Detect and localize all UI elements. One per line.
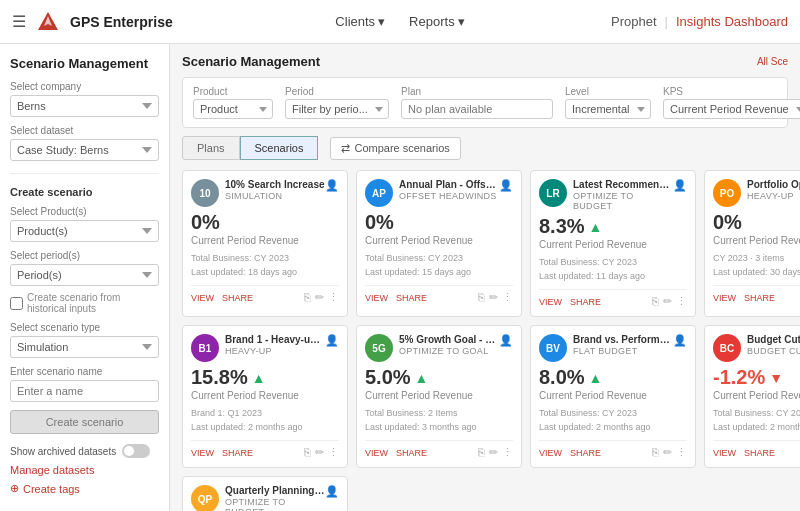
compare-scenarios-button[interactable]: ⇄ Compare scenarios [330, 137, 460, 160]
copy-button[interactable]: ⎘ [304, 291, 311, 304]
scenario-type-label: Select scenario type [10, 322, 159, 333]
hamburger-menu[interactable]: ☰ [12, 12, 26, 31]
copy-button[interactable]: ⎘ [652, 295, 659, 308]
scenario-card: BV Brand vs. Performance Allocati... FLA… [530, 325, 696, 468]
company-select[interactable]: Berns [10, 95, 159, 117]
card-header: B1 Brand 1 - Heavy-up Scenario HEAVY-UP … [191, 334, 339, 362]
nav-reports[interactable]: Reports ▾ [409, 14, 465, 29]
card-info-line2: Last updated: 2 months ago [539, 421, 687, 435]
edit-button[interactable]: ✏ [315, 291, 324, 304]
create-scenario-button[interactable]: Create scenario [10, 410, 159, 434]
card-metric: 8.0% ▲ [539, 366, 687, 389]
card-icon: BC [713, 334, 741, 362]
card-title-block: 10% Search Increase SIMULATION [225, 179, 325, 201]
products-select[interactable]: Product(s) [10, 220, 159, 242]
view-link[interactable]: VIEW [365, 293, 388, 303]
share-link[interactable]: SHARE [744, 448, 775, 458]
scenario-card: 5G 5% Growth Goal - BH OPTIMIZE TO GOAL … [356, 325, 522, 468]
all-button[interactable]: All Sce [757, 56, 788, 67]
card-info: Total Business: CY 2023 Last updated: 15… [365, 252, 513, 279]
plan-filter-input[interactable] [401, 99, 553, 119]
share-link[interactable]: SHARE [222, 293, 253, 303]
user-icon: 👤 [673, 334, 687, 347]
more-button[interactable]: ⋮ [328, 446, 339, 459]
scenario-type-select[interactable]: Simulation [10, 336, 159, 358]
user-icon: 👤 [499, 334, 513, 347]
copy-button[interactable]: ⎘ [304, 446, 311, 459]
product-filter-select[interactable]: Product [193, 99, 273, 119]
card-metric-label: Current Period Revenue [713, 235, 800, 246]
create-tags-link[interactable]: ⊕ Create tags [10, 482, 159, 495]
edit-button[interactable]: ✏ [663, 446, 672, 459]
more-button[interactable]: ⋮ [502, 446, 513, 459]
archive-toggle[interactable] [122, 444, 150, 458]
share-link[interactable]: SHARE [396, 293, 427, 303]
kpi-filter-select[interactable]: Current Period Revenue [663, 99, 800, 119]
edit-button[interactable]: ✏ [315, 446, 324, 459]
card-actions-left: VIEW SHARE [365, 448, 427, 458]
copy-button[interactable]: ⎘ [478, 446, 485, 459]
product-filter-group: Product Product [193, 86, 273, 119]
share-link[interactable]: SHARE [222, 448, 253, 458]
card-actions-left: VIEW SHARE [365, 293, 427, 303]
card-icon: AP [365, 179, 393, 207]
period-filter-label: Period [285, 86, 389, 97]
nav-divider: | [665, 14, 668, 29]
historical-checkbox-row[interactable]: Create scenario from historical inputs [10, 292, 159, 314]
view-link[interactable]: VIEW [539, 297, 562, 307]
arrow-up-icon: ▲ [589, 370, 603, 386]
archive-toggle-row: Show archived datasets [10, 444, 159, 458]
card-info: Total Business: 2 Items Last updated: 3 … [365, 407, 513, 434]
view-link[interactable]: VIEW [713, 448, 736, 458]
dataset-select[interactable]: Case Study: Berns [10, 139, 159, 161]
card-title-block: 5% Growth Goal - BH OPTIMIZE TO GOAL [399, 334, 499, 356]
tab-plans[interactable]: Plans [182, 136, 240, 160]
card-header: BC Budget Cut - $15MM BUDGET CUT 👤 [713, 334, 800, 362]
periods-select[interactable]: Period(s) [10, 264, 159, 286]
card-icon: 10 [191, 179, 219, 207]
more-button[interactable]: ⋮ [502, 291, 513, 304]
edit-button[interactable]: ✏ [663, 295, 672, 308]
brand-name: GPS Enterprise [70, 14, 173, 30]
view-link[interactable]: VIEW [191, 293, 214, 303]
user-icon: 👤 [325, 179, 339, 192]
card-title: 5% Growth Goal - BH [399, 334, 499, 346]
card-subtitle: SIMULATION [225, 191, 325, 201]
edit-button[interactable]: ✏ [489, 446, 498, 459]
share-link[interactable]: SHARE [570, 448, 601, 458]
view-link[interactable]: VIEW [191, 448, 214, 458]
card-actions-right: ⎘ ✏ ⋮ [652, 295, 687, 308]
tab-scenarios[interactable]: Scenarios [240, 136, 319, 160]
manage-datasets-link[interactable]: Manage datasets [10, 464, 159, 476]
share-link[interactable]: SHARE [570, 297, 601, 307]
kpi-filter-group: KPS Current Period Revenue [663, 86, 800, 119]
period-filter-select[interactable]: Filter by perio... [285, 99, 389, 119]
user-icon: 👤 [325, 485, 339, 498]
logo-icon [36, 10, 60, 34]
nav-clients[interactable]: Clients ▾ [335, 14, 385, 29]
card-actions-left: VIEW SHARE [191, 293, 253, 303]
historical-checkbox[interactable] [10, 297, 23, 310]
view-link[interactable]: VIEW [365, 448, 388, 458]
copy-button[interactable]: ⎘ [652, 446, 659, 459]
card-title: Brand vs. Performance Allocati... [573, 334, 673, 346]
view-link[interactable]: VIEW [539, 448, 562, 458]
card-actions-right: ⎘ ✏ ⋮ [478, 446, 513, 459]
dataset-label: Select dataset [10, 125, 159, 136]
more-button[interactable]: ⋮ [328, 291, 339, 304]
copy-button[interactable]: ⎘ [478, 291, 485, 304]
more-button[interactable]: ⋮ [676, 295, 687, 308]
scenario-name-input[interactable] [10, 380, 159, 402]
edit-button[interactable]: ✏ [489, 291, 498, 304]
share-link[interactable]: SHARE [744, 293, 775, 303]
more-button[interactable]: ⋮ [676, 446, 687, 459]
card-info-line1: Total Business: CY 2023 [539, 256, 687, 270]
plan-filter-group: Plan [401, 86, 553, 119]
period-filter-group: Period Filter by perio... [285, 86, 389, 119]
card-title: 10% Search Increase [225, 179, 325, 191]
create-section-title: Create scenario [10, 186, 159, 198]
share-link[interactable]: SHARE [396, 448, 427, 458]
level-filter-select[interactable]: Incremental [565, 99, 651, 119]
nav-dashboard[interactable]: Insights Dashboard [676, 14, 788, 29]
view-link[interactable]: VIEW [713, 293, 736, 303]
